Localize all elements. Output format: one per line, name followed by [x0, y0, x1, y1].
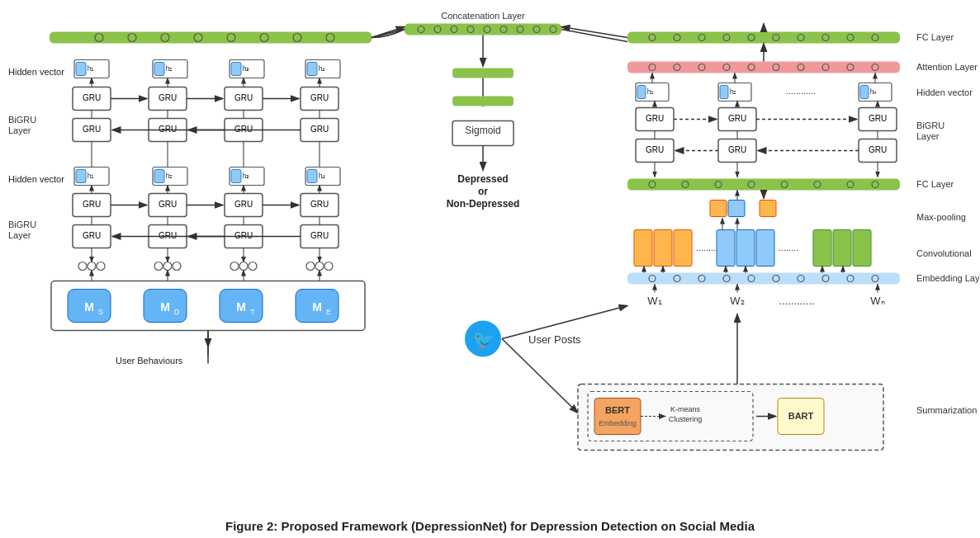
svg-text:GRU: GRU: [646, 145, 664, 154]
svg-text:Layer: Layer: [8, 230, 31, 240]
svg-text:S: S: [98, 308, 103, 316]
svg-rect-219: [728, 201, 745, 217]
svg-text:h₄: h₄: [319, 64, 326, 73]
svg-text:or: or: [478, 186, 488, 197]
svg-point-101: [163, 262, 172, 271]
svg-text:........: ........: [779, 243, 798, 252]
svg-point-108: [324, 262, 333, 271]
wn-label: Wₙ: [870, 295, 884, 307]
fc-layer-bar-mid: [627, 179, 900, 191]
concat-label: Concatenation Layer: [441, 11, 525, 21]
svg-text:D: D: [174, 308, 180, 316]
svg-rect-173: [637, 86, 646, 99]
svg-rect-176: [720, 86, 728, 99]
diagram-area: Hidden vector h₁ h₂ h₃ h₄ BiGRU Layer: [0, 0, 980, 512]
hidden-vector-label-1: Hidden vector: [8, 67, 64, 77]
embedding-layer-label: Embedding Layer: [916, 273, 980, 283]
gru-box: GRU: [83, 93, 101, 102]
md-label: M: [160, 300, 170, 314]
svg-text:GRU: GRU: [869, 145, 887, 154]
fc-layer-label-mid: FC Layer: [916, 179, 954, 189]
svg-text:h₁: h₁: [88, 64, 95, 73]
svg-text:GRU: GRU: [159, 93, 177, 102]
svg-point-99: [97, 262, 105, 271]
svg-text:T: T: [250, 308, 255, 316]
svg-text:Layer: Layer: [8, 125, 31, 135]
svg-rect-17: [231, 63, 241, 76]
svg-text:GRU: GRU: [234, 125, 253, 134]
svg-text:GRU: GRU: [83, 125, 101, 134]
svg-text:h₂: h₂: [730, 87, 737, 96]
embedding-bar: [627, 273, 900, 285]
mt-label: M: [236, 300, 246, 314]
svg-point-103: [230, 262, 239, 271]
svg-text:h₄: h₄: [319, 172, 326, 180]
dots-hidden: ............: [786, 86, 817, 96]
twitter-icon: 🐦: [472, 328, 495, 351]
summarization-label: Summarization: [916, 405, 977, 415]
ms-label: M: [84, 300, 94, 314]
svg-rect-20: [307, 63, 317, 76]
svg-rect-231: [813, 230, 831, 267]
svg-text:GRU: GRU: [159, 200, 177, 209]
svg-rect-179: [860, 86, 869, 99]
depressed-label: Depressed: [457, 173, 508, 185]
svg-text:hₙ: hₙ: [870, 87, 878, 96]
svg-text:GRU: GRU: [234, 200, 253, 209]
svg-text:GRU: GRU: [159, 231, 177, 240]
svg-rect-232: [833, 230, 851, 267]
svg-text:GRU: GRU: [728, 114, 746, 123]
svg-rect-55: [154, 170, 164, 183]
figure-caption: Figure 2: Proposed Framework (Depression…: [225, 512, 755, 538]
bigru-label-right: BiGRU: [916, 120, 944, 130]
user-behaviours-label: User Behaviours: [116, 356, 183, 366]
max-pooling-label: Max-pooling: [916, 212, 966, 222]
svg-rect-220: [760, 201, 776, 217]
svg-text:GRU: GRU: [310, 231, 329, 240]
svg-rect-227: [736, 230, 755, 267]
attention-bar: [627, 62, 900, 73]
svg-text:GRU: GRU: [310, 200, 329, 209]
svg-rect-14: [154, 63, 164, 76]
user-posts-label: User Posts: [528, 333, 581, 346]
svg-text:GRU: GRU: [310, 93, 329, 102]
svg-rect-58: [231, 170, 241, 183]
bigru-label-1: BiGRU: [8, 115, 36, 125]
attention-layer-label: Attention Layer: [916, 62, 978, 72]
svg-text:GRU: GRU: [646, 114, 664, 123]
svg-text:GRU: GRU: [83, 200, 101, 209]
svg-text:h₂: h₂: [166, 172, 173, 180]
svg-rect-11: [76, 63, 86, 76]
svg-point-98: [88, 262, 96, 271]
svg-rect-223: [634, 230, 652, 267]
svg-point-105: [249, 262, 257, 271]
svg-text:h₁: h₁: [88, 172, 95, 180]
svg-line-149: [502, 339, 578, 413]
bigru-label-2: BiGRU: [8, 219, 36, 229]
embedding-label: Embedding: [599, 419, 637, 427]
svg-text:Non-Depressed: Non-Depressed: [447, 198, 520, 210]
svg-point-107: [315, 262, 324, 271]
svg-rect-225: [674, 230, 692, 267]
hidden-vector-label-right: Hidden vector: [916, 87, 973, 97]
main-container: Hidden vector h₁ h₂ h₃ h₄ BiGRU Layer: [0, 0, 980, 538]
svg-text:GRU: GRU: [310, 125, 329, 134]
svg-text:........: ........: [696, 243, 716, 252]
svg-text:GRU: GRU: [869, 114, 887, 123]
dots-w: ............: [779, 295, 814, 307]
svg-text:h₁: h₁: [647, 87, 655, 96]
svg-text:h₃: h₃: [243, 64, 250, 73]
svg-text:GRU: GRU: [234, 231, 253, 240]
svg-rect-218: [710, 201, 727, 217]
svg-text:h₃: h₃: [243, 172, 250, 180]
kmeans-label: K-means: [670, 405, 701, 413]
svg-rect-141: [452, 68, 514, 78]
svg-rect-228: [756, 230, 774, 267]
svg-rect-128: [405, 24, 561, 35]
svg-text:E: E: [326, 308, 331, 316]
svg-rect-52: [76, 170, 86, 183]
clustering-label: Clustering: [669, 415, 703, 423]
svg-text:h₂: h₂: [166, 64, 173, 73]
w2-label: W₂: [730, 295, 744, 307]
fc-layer-label-top: FC Layer: [916, 32, 954, 42]
